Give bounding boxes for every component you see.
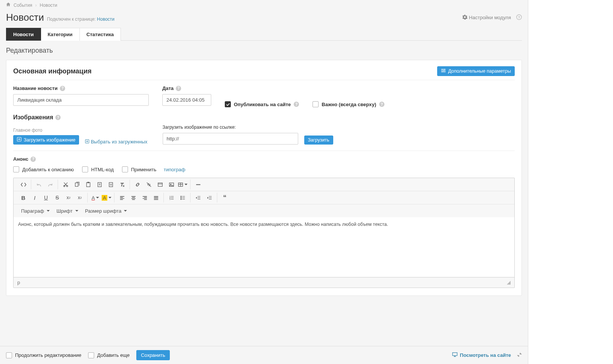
typograf-link[interactable]: типограф: [164, 167, 185, 172]
tabs: Новости Категории Статистика: [6, 28, 522, 41]
help-icon[interactable]: ?: [55, 115, 61, 120]
quote-icon[interactable]: “: [220, 193, 230, 203]
add-to-desc-checkbox[interactable]: [13, 166, 19, 172]
continue-edit-checkbox[interactable]: [6, 352, 12, 358]
ol-icon[interactable]: 123: [166, 193, 177, 203]
main-photo-label: Главное фото: [13, 128, 79, 133]
breadcrumb-item-events[interactable]: События: [14, 3, 32, 8]
tab-stats[interactable]: Статистика: [80, 28, 121, 41]
help-icon[interactable]: ?: [516, 14, 522, 21]
unlink-icon[interactable]: [143, 180, 154, 189]
continue-edit-checkbox-row[interactable]: Продолжить редактирование: [6, 352, 81, 358]
image-url-input[interactable]: [163, 133, 298, 145]
font-size-select[interactable]: Размер шрифта: [82, 206, 130, 216]
paste-icon[interactable]: [83, 180, 93, 189]
paragraph-select[interactable]: Параграф: [18, 206, 53, 216]
anons-label: Анонс ?: [13, 156, 515, 162]
images-section-label: Изображения ?: [13, 114, 515, 121]
copy-icon[interactable]: [72, 180, 82, 189]
page-subtitle-link[interactable]: Новости: [97, 17, 114, 22]
upload-image-button[interactable]: Загрузить изображение: [13, 135, 79, 145]
cut-icon[interactable]: [60, 180, 71, 189]
indent-icon[interactable]: [204, 193, 215, 203]
anchor-icon[interactable]: [155, 180, 165, 189]
html-code-checkbox[interactable]: [82, 166, 88, 172]
important-checkbox-row[interactable]: Важно (всегда сверху) ?: [313, 101, 384, 107]
table-icon[interactable]: [177, 180, 188, 189]
underline-icon[interactable]: U: [41, 193, 51, 203]
collapse-icon[interactable]: [517, 352, 522, 358]
apply-typograf-checkbox-row[interactable]: Применить типограф: [122, 166, 185, 172]
view-on-site-link[interactable]: Посмотреть на сайте: [452, 352, 511, 358]
redo-icon[interactable]: [45, 180, 55, 189]
hr-icon[interactable]: [193, 180, 203, 189]
breadcrumb-item-news[interactable]: Новости: [40, 3, 57, 8]
name-input[interactable]: [13, 94, 149, 106]
svg-rect-6: [75, 183, 78, 186]
bold-icon[interactable]: B: [18, 193, 29, 203]
html-code-checkbox-row[interactable]: HTML-код: [82, 166, 114, 172]
help-icon[interactable]: ?: [176, 86, 181, 91]
home-icon[interactable]: [6, 2, 11, 8]
editor-toolbar: W B: [13, 178, 515, 217]
page-scroll[interactable]: События › Новости Новости Подключен к ст…: [0, 0, 528, 364]
publish-checkbox-row[interactable]: Опубликовать на сайте ?: [225, 101, 299, 107]
tab-news[interactable]: Новости: [6, 28, 41, 41]
paste-word-icon[interactable]: W: [105, 180, 116, 189]
strike-icon[interactable]: S: [52, 193, 63, 203]
italic-icon[interactable]: I: [29, 193, 40, 203]
paste-text-icon[interactable]: [94, 180, 105, 189]
section-edit-title: Редактировать: [6, 47, 522, 55]
add-more-checkbox-row[interactable]: Добавить еще: [88, 352, 130, 358]
text-color-icon[interactable]: A: [90, 193, 101, 203]
module-settings-link[interactable]: Настройки модуля: [462, 15, 511, 21]
publish-checkbox[interactable]: [225, 101, 231, 107]
outdent-icon[interactable]: [193, 193, 203, 203]
plus-square-icon: [85, 139, 91, 145]
link-icon[interactable]: [132, 180, 143, 189]
svg-rect-7: [86, 182, 90, 186]
ul-icon[interactable]: [177, 193, 188, 203]
align-left-icon[interactable]: [117, 193, 127, 203]
svg-point-14: [170, 184, 171, 184]
clear-format-icon[interactable]: [117, 180, 127, 189]
pick-from-uploaded-link[interactable]: Выбрать из загруженных: [85, 139, 147, 145]
resize-handle-icon[interactable]: [507, 281, 511, 285]
bg-color-icon[interactable]: A: [101, 193, 112, 203]
more-params-button[interactable]: Дополнительные параметры: [437, 66, 515, 76]
monitor-icon: [452, 352, 457, 358]
svg-point-19: [180, 196, 181, 196]
sliders-icon: [441, 68, 446, 74]
add-to-desc-checkbox-row[interactable]: Добавлять к описанию: [13, 166, 74, 172]
url-upload-label: Загрузить изображение по ссылке:: [163, 125, 298, 130]
apply-typograf-checkbox[interactable]: [122, 166, 128, 172]
save-button[interactable]: Сохранить: [136, 350, 170, 360]
source-icon[interactable]: [18, 180, 29, 189]
svg-rect-8: [87, 182, 89, 183]
card-title: Основная информация: [13, 67, 91, 75]
page-header: Новости Подключен к странице: Новости На…: [6, 10, 522, 28]
editor-body[interactable]: Анонс, который должен быть кратким и зав…: [13, 217, 515, 277]
image-icon[interactable]: [166, 180, 177, 189]
help-icon[interactable]: ?: [379, 102, 384, 107]
svg-rect-9: [98, 182, 101, 186]
undo-icon[interactable]: [34, 180, 44, 189]
add-more-checkbox[interactable]: [88, 352, 94, 358]
tab-categories[interactable]: Категории: [41, 28, 80, 41]
subscript-icon[interactable]: x2: [75, 193, 85, 203]
load-url-button[interactable]: Загрузить: [304, 136, 333, 145]
svg-point-20: [180, 197, 181, 198]
editor-path[interactable]: p: [17, 280, 20, 285]
font-select[interactable]: Шрифт: [53, 206, 81, 216]
important-checkbox[interactable]: [313, 101, 319, 107]
gear-icon: [462, 15, 467, 21]
align-right-icon[interactable]: [139, 193, 150, 203]
superscript-icon[interactable]: x2: [63, 193, 74, 203]
help-icon[interactable]: ?: [30, 157, 36, 162]
align-center-icon[interactable]: [128, 193, 139, 203]
date-input[interactable]: [162, 94, 211, 106]
svg-text:3: 3: [169, 198, 170, 200]
align-justify-icon[interactable]: [151, 193, 161, 203]
help-icon[interactable]: ?: [60, 86, 65, 91]
help-icon[interactable]: ?: [294, 102, 299, 107]
